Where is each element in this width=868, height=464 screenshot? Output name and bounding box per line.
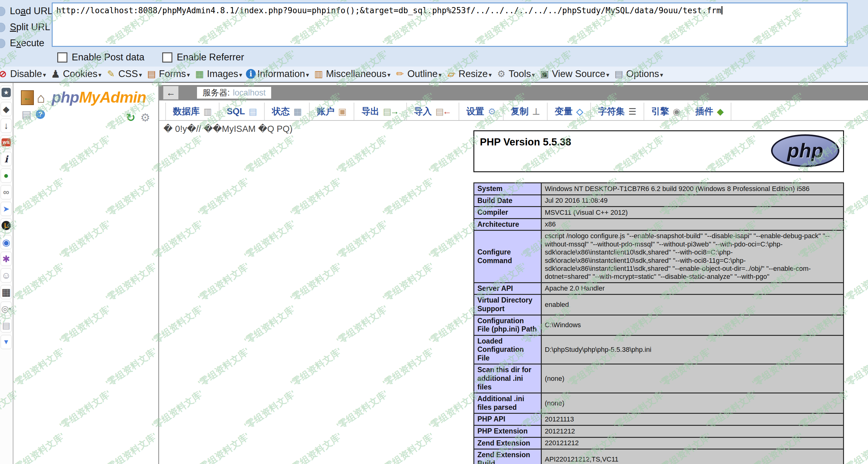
extension-button[interactable] [1, 318, 12, 332]
replication-icon [532, 106, 540, 117]
menu-item-label: Forms [159, 68, 186, 80]
chevron-down-icon [386, 68, 390, 80]
menu-item-label: Options [626, 68, 659, 80]
phpmyadmin-content: 服务器: localhost 数据库 SQL 状态 账户 导出 导入 设置 复制… [159, 83, 868, 464]
extension-button[interactable] [1, 202, 12, 216]
docs-icon[interactable] [22, 108, 31, 120]
enable-referrer-option[interactable]: Enable Referrer [162, 52, 244, 63]
phpinfo-row-value: cscript /nologo configure.js "--enable-s… [541, 230, 844, 283]
phpmyadmin-tab[interactable]: SQL [219, 103, 265, 120]
devtools-menu-item[interactable]: Miscellaneous [313, 68, 390, 80]
devtools-menu-item[interactable]: Images [194, 68, 242, 80]
tab-label: 账户 [317, 105, 335, 118]
home-icon[interactable] [34, 91, 48, 105]
phpmyadmin-tab[interactable]: 变量 [548, 103, 591, 120]
options-icon [613, 68, 625, 80]
help-icon[interactable] [36, 110, 45, 119]
phpinfo-row-name: Configure Command [474, 230, 541, 283]
url-textarea[interactable]: http://localhost:8088/phpMyAdmin4.8.1/in… [52, 2, 848, 47]
chevron-down-icon [42, 68, 46, 80]
phpinfo-row: Build Date Jul 20 2016 11:08:49 [474, 195, 844, 207]
phpinfo-row-value: x86 [541, 219, 844, 230]
gear-icon[interactable] [141, 111, 150, 124]
extension-button[interactable] [1, 285, 12, 299]
chevron-down-icon [659, 68, 663, 80]
menu-item-label: Cookies [63, 68, 97, 80]
devtools-menu-item[interactable]: Forms [146, 68, 190, 80]
enable-post-data-option[interactable]: Enable Post data [57, 52, 144, 63]
load-url-button[interactable]: Load URL [10, 3, 53, 19]
breadcrumb[interactable]: 服务器: localhost [197, 87, 271, 98]
phpinfo-row-name: Loaded Configuration File [474, 335, 541, 364]
phpinfo-row: PHP API 20121113 [474, 413, 844, 426]
devtools-menu-item[interactable]: Disable [0, 68, 46, 80]
phpmyadmin-tab[interactable]: 引擎 [644, 103, 688, 120]
execute-button[interactable]: Execute [10, 35, 53, 51]
extension-button[interactable] [1, 268, 12, 283]
phpinfo-row-value: Jul 20 2016 11:08:49 [541, 195, 844, 207]
extension-button[interactable] [1, 102, 12, 116]
extension-button[interactable] [1, 219, 12, 233]
devtools-menu-item[interactable]: Options [613, 68, 663, 80]
exit-door-icon[interactable] [21, 90, 34, 105]
menu-item-label: CSS [118, 68, 138, 80]
devtools-menu-item[interactable]: CSS [105, 68, 142, 80]
import-icon [436, 106, 452, 117]
view-source-icon [539, 68, 550, 80]
extension-button[interactable] [1, 119, 12, 133]
extension-button[interactable] [1, 135, 12, 149]
extension-button[interactable] [1, 301, 12, 316]
devbar-actions: Load URL Split URL Execute [10, 3, 53, 51]
back-arrow-button[interactable] [163, 86, 179, 99]
variables-icon [576, 106, 583, 117]
phpinfo-row: Server API Apache 2.0 Handler [474, 283, 844, 294]
split-url-button[interactable]: Split URL [10, 19, 53, 35]
enable-referrer-checkbox[interactable] [162, 52, 173, 62]
devtools-menu-item[interactable]: Resize [445, 68, 492, 80]
devtools-menu-item[interactable]: Information [246, 68, 309, 80]
extension-button[interactable] [1, 152, 12, 166]
phpinfo-row-name: Scan this dir for additional .ini files [474, 364, 541, 393]
tools-icon [496, 68, 507, 80]
notepad-icon [2, 320, 10, 330]
extension-button[interactable] [1, 85, 12, 99]
tab-label: 插件 [695, 105, 713, 118]
extension-button[interactable] [1, 335, 12, 349]
phpinfo-row-value: (none) [541, 393, 844, 413]
chevron-down-icon [238, 68, 242, 80]
phpmyadmin-tab[interactable]: 导入 [407, 103, 459, 120]
phpmyadmin-logo[interactable]: phpMyAdmin [52, 90, 146, 105]
devtools-menu-item[interactable]: Cookies [50, 68, 101, 80]
star-badge-icon [2, 88, 11, 97]
devtools-menu-item[interactable]: View Source [539, 68, 610, 80]
extension-button[interactable] [1, 169, 12, 183]
enable-post-data-checkbox[interactable] [57, 52, 67, 62]
phpinfo-row-name: Zend Extension Build [474, 449, 541, 464]
devtools-menu-item[interactable]: Outline [394, 68, 441, 80]
extension-button[interactable] [1, 252, 12, 266]
extension-button[interactable] [1, 185, 12, 199]
phpmyadmin-tab[interactable]: 复制 [503, 103, 548, 120]
phpmyadmin-tab[interactable]: 状态 [265, 103, 309, 120]
phpinfo-row-value: C:\Windows [541, 315, 844, 335]
phpmyadmin-tab[interactable]: 数据库 [165, 103, 219, 120]
export-icon [383, 106, 399, 117]
phpinfo-row: System Windows NT DESKTOP-T1CB7R6 6.2 bu… [474, 183, 844, 195]
phpinfo-row-value: 220121212 [541, 437, 844, 449]
phpinfo-row-value: D:\phpStudy\php\php-5.5.38\php.ini [541, 335, 844, 364]
extension-button[interactable] [1, 235, 12, 249]
phpmyadmin-tab[interactable]: 账户 [310, 103, 354, 120]
refresh-icon[interactable] [126, 111, 135, 124]
devtools-menu-item[interactable]: Tools [496, 68, 535, 80]
phpmyadmin-tab[interactable]: 插件 [688, 103, 731, 120]
tab-label: 状态 [272, 105, 290, 118]
phpmyadmin-tab[interactable]: 设置 [459, 103, 503, 120]
enable-referrer-label: Enable Referrer [177, 52, 244, 63]
phpmyadmin-tab[interactable]: 导出 [354, 103, 407, 120]
miscellaneous-icon [313, 68, 324, 80]
phpinfo-row-name: Additional .ini files parsed [474, 393, 541, 413]
phpinfo-header-box: PHP Version 5.5.38 php [473, 130, 844, 172]
phpmyadmin-tab[interactable]: 字符集 [591, 103, 644, 120]
server-label: 服务器: [203, 87, 230, 98]
phpinfo-row-name: Virtual Directory Support [474, 294, 541, 315]
